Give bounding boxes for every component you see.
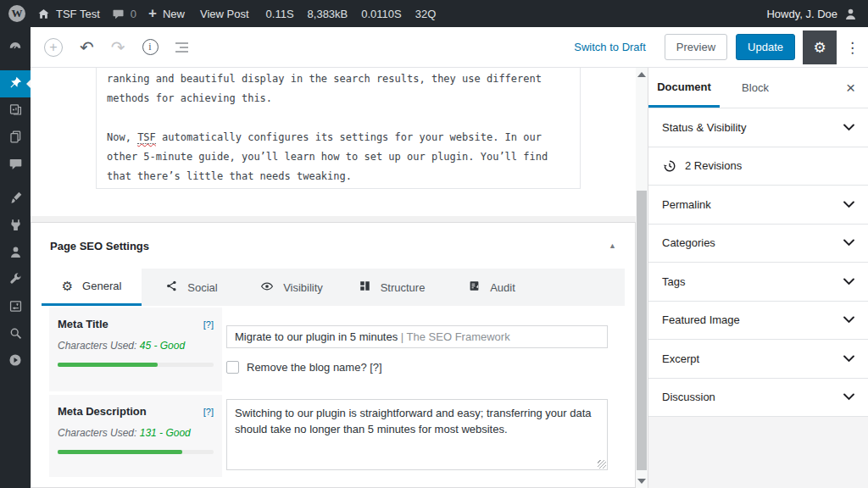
menu-users[interactable] [0,240,31,267]
pages-icon [8,130,23,147]
stat-time: 0.11S [266,8,294,20]
meta-description-label-cell: Meta Description [?] Characters Used: 13… [49,395,222,477]
meta-title-progress-fill [58,363,158,367]
panel-discussion[interactable]: Discussion [648,379,868,418]
sidebar-tabs: Document Block × [648,68,868,108]
resize-grip-icon[interactable] [598,460,606,469]
home-icon [37,8,50,20]
panel-tags[interactable]: Tags [648,263,868,302]
menu-settings[interactable] [0,294,31,321]
meta-description-progress-fill [58,450,182,454]
preview-button[interactable]: Preview [665,34,727,60]
redo-button[interactable]: ↷ [111,37,125,58]
switch-to-draft-link[interactable]: Switch to Draft [574,41,646,53]
comments-icon [8,157,23,175]
wordpress-logo-icon[interactable]: W [8,5,25,22]
tab-block[interactable]: Block [720,68,791,108]
update-button[interactable]: Update [736,34,795,60]
search-magnifier-icon [8,326,23,344]
menu-media[interactable] [0,97,31,125]
menu-plugins[interactable] [0,213,31,240]
meta-description-textarea[interactable]: Switching to our plugin is straightforwa… [226,399,608,470]
paragraph-block[interactable]: ranking and beautiful display in the sea… [96,68,581,189]
posts-pin-icon [8,75,23,93]
tab-general[interactable]: ⚙ General [42,269,142,306]
document-settings-sidebar: Document Block × Status & Visibility 2 R… [648,68,868,488]
sidebar-empty-area [648,417,868,488]
menu-search[interactable] [0,321,31,348]
more-options-ellipsis-button[interactable]: ⋮ [842,39,868,56]
menu-comments[interactable] [0,152,31,179]
chevron-down-icon [843,121,854,134]
comments-count: 0 [131,8,136,20]
collapse-triangle-icon[interactable]: ▲ [609,241,616,250]
settings-gear-button[interactable]: ⚙ [803,30,837,64]
meta-title-characters: Characters Used: 45 - Good [58,340,214,352]
meta-title-input[interactable]: Migrate to our plugin in 5 minutes | The… [226,325,608,348]
audit-document-icon [468,280,481,295]
stat-queries[interactable]: 32Q [415,8,437,20]
site-name: TSF Test [56,8,100,20]
content-structure-info-icon[interactable]: i [142,39,159,55]
menu-tools[interactable] [0,267,31,294]
block-navigation-icon[interactable] [175,42,188,53]
panel-revisions[interactable]: 2 Revisions [648,147,868,186]
chevron-down-icon [843,275,854,288]
revisions-label: 2 Revisions [685,159,742,172]
eye-icon [260,280,274,296]
panel-categories[interactable]: Categories [648,225,868,263]
meta-title-chars-value: 45 - Good [140,340,185,352]
meta-title-label: Meta Title [58,318,108,330]
menu-dashboard[interactable] [0,35,31,62]
remove-blog-name-checkbox[interactable] [226,361,239,374]
block-inserter-button[interactable]: + [44,38,63,57]
meta-title-help-link[interactable]: [?] [203,319,214,330]
menu-appearance[interactable] [0,186,31,213]
comments-menu[interactable]: 0 [112,8,136,20]
account-menu[interactable]: Howdy, J. Doe [766,7,858,21]
dashboard-gauge-icon [8,39,23,58]
meta-description-label: Meta Description [58,405,147,418]
menu-posts[interactable] [0,70,31,97]
panel-excerpt[interactable]: Excerpt [648,340,868,379]
scrollbar-thumb[interactable] [637,191,647,470]
share-nodes-icon [165,280,178,295]
post-canvas[interactable]: ranking and beautiful display in the sea… [31,68,636,216]
tsf-abbr[interactable]: TSF [137,131,156,144]
plus-icon: + [148,5,157,22]
scroll-up-arrow[interactable] [637,72,646,77]
menu-pages[interactable] [0,125,31,152]
tools-wrench-icon [8,272,23,290]
users-person-icon [8,245,23,263]
tab-structure[interactable]: Structure [342,269,442,306]
panel-status-visibility[interactable]: Status & Visibility [648,108,868,147]
panel-featured-image[interactable]: Featured Image [648,302,868,341]
tab-document[interactable]: Document [648,68,720,108]
meta-description-chars-value: 131 - Good [140,427,191,439]
close-sidebar-icon[interactable]: × [833,68,868,108]
meta-title-progress-track [58,363,214,367]
vertical-scrollbar[interactable] [636,68,648,488]
panel-permalink[interactable]: Permalink [648,186,868,225]
chevron-down-icon [843,352,854,365]
metabox-title: Page SEO Settings [50,240,149,252]
site-name-menu[interactable]: TSF Test [37,8,100,20]
appearance-brush-icon [8,191,23,208]
scroll-down-arrow[interactable] [637,479,646,484]
tab-social[interactable]: Social [142,269,242,306]
view-post-link[interactable]: View Post [200,8,249,20]
page-seo-settings-metabox: Page SEO Settings ▲ ⚙ General Social Vis… [31,222,636,488]
chevron-down-icon [843,391,854,403]
revisions-clock-icon [662,158,677,174]
remove-blog-name-row: Remove the blog name? [?] [226,361,382,374]
paragraph-2: Now, TSF automatically configures its se… [107,128,570,186]
gear-icon: ⚙ [813,39,826,56]
chevron-down-icon [843,236,854,249]
menu-video[interactable] [0,348,31,375]
tab-audit[interactable]: Audit [442,269,542,306]
undo-button[interactable]: ↶ [80,37,94,58]
tab-visibility[interactable]: Visibility [242,269,342,306]
new-menu[interactable]: + New [148,5,185,22]
meta-description-help-link[interactable]: [?] [203,407,214,417]
performance-stats: 0.11S 8,383kB 0.0110S 32Q [266,8,437,20]
